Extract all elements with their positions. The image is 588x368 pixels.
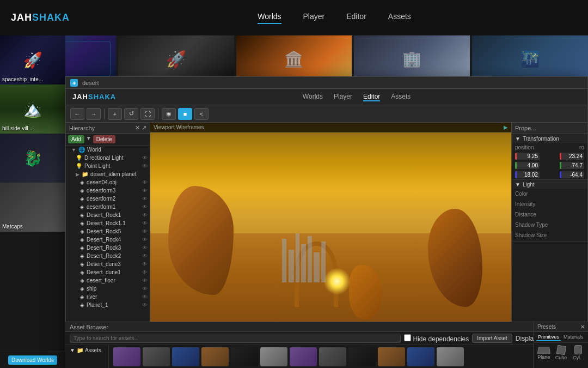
hier-eye-9[interactable]: 👁 <box>142 228 148 234</box>
import-asset-button[interactable]: Import Asset <box>472 334 512 343</box>
hier-desertform3[interactable]: ◈ desertform3 👁 <box>66 186 150 195</box>
preset-cube[interactable]: Cube <box>554 345 569 360</box>
hier-eye-8[interactable]: 👁 <box>142 220 148 226</box>
hier-eye-10[interactable]: 👁 <box>142 237 148 243</box>
hierarchy-dropdown-icon[interactable]: ▼ <box>86 135 91 143</box>
asset-thumb-1[interactable] <box>143 347 170 366</box>
presets-close[interactable]: ✕ <box>580 324 585 330</box>
asset-thumb-10[interactable] <box>407 347 434 366</box>
hier-eye-16[interactable]: 👁 <box>142 286 148 292</box>
nav-editor[interactable]: Editor <box>346 12 366 24</box>
preset-cylinder[interactable]: Cyl... <box>571 345 586 360</box>
hier-eye-2[interactable]: 👁 <box>142 163 148 169</box>
asset-thumb-7[interactable] <box>319 347 346 366</box>
hierarchy-title: Hierarchy <box>69 125 95 131</box>
hier-river[interactable]: ◈ river 👁 <box>66 293 150 301</box>
hier-point-light[interactable]: 💡 Point Light 👁 <box>66 162 150 170</box>
hier-desert-rock1b[interactable]: ◈ Desert_Rock1.1 👁 <box>66 219 150 227</box>
asset-thumb-5[interactable] <box>260 347 287 366</box>
hier-eye-4[interactable]: 👁 <box>142 188 148 194</box>
hier-desert-dune3[interactable]: ◈ Desert_dune3 👁 <box>66 260 150 268</box>
world-thumb-3[interactable] <box>236 35 352 82</box>
hide-dependencies-checkbox[interactable] <box>404 334 411 341</box>
asset-thumb-2[interactable] <box>172 347 199 366</box>
nav-player[interactable]: Player <box>303 12 325 24</box>
prop-rx-value[interactable] <box>560 153 584 160</box>
light-header[interactable]: ▼ Light <box>512 180 587 189</box>
presets-tab-skybox[interactable]: Skybox <box>586 334 588 341</box>
hier-eye-17[interactable]: 👁 <box>142 294 148 300</box>
hier-desert-floor[interactable]: ◈ desert_floor 👁 <box>66 276 150 285</box>
prop-rz-value[interactable] <box>560 171 584 178</box>
hier-eye-5[interactable]: 👁 <box>142 196 148 202</box>
hier-desert-rock1[interactable]: ◈ Desert_Rock1 👁 <box>66 211 150 219</box>
hier-eye-18[interactable]: 👁 <box>142 302 148 308</box>
prop-ry-value[interactable] <box>560 162 584 169</box>
asset-thumb-0[interactable] <box>113 347 140 366</box>
preset-plane[interactable]: Plane <box>536 345 552 360</box>
editor-nav-editor[interactable]: Editor <box>363 93 380 101</box>
toolbar-refresh-button[interactable]: ↺ <box>124 108 138 120</box>
hier-desert-rock5[interactable]: ◈ Desert_Rock5 👁 <box>66 227 150 236</box>
hier-desert-dune1[interactable]: ◈ Desert_dune1 👁 <box>66 268 150 276</box>
editor-nav-worlds[interactable]: Worlds <box>303 93 323 101</box>
world-thumb-4[interactable] <box>354 35 470 82</box>
editor-nav-player[interactable]: Player <box>334 93 352 101</box>
hier-eye-12[interactable]: 👁 <box>142 253 148 259</box>
toolbar-redo-button[interactable]: → <box>87 108 101 120</box>
download-worlds-button[interactable]: Download Worlds <box>8 355 57 365</box>
asset-thumb-8[interactable] <box>348 347 376 366</box>
hier-directional-light[interactable]: 💡 Directional Light 👁 <box>66 154 150 162</box>
nav-worlds[interactable]: Worlds <box>258 12 281 24</box>
presets-tab-materials[interactable]: Materials <box>562 334 585 341</box>
left-item-hillside[interactable]: hill side vill... <box>0 85 65 134</box>
city-building-3 <box>296 233 299 282</box>
left-item-matcaps[interactable]: Matcaps <box>0 183 65 232</box>
viewport-play-icon[interactable]: ▶ <box>504 124 508 130</box>
toolbar-undo-button[interactable]: ← <box>70 108 84 120</box>
hier-ship[interactable]: ◈ ship 👁 <box>66 285 150 293</box>
asset-search-input[interactable] <box>70 334 401 343</box>
left-item-spaceship[interactable]: spaceship_inte... <box>0 35 65 85</box>
hier-planet1[interactable]: ◈ Planet_1 👁 <box>66 301 150 309</box>
prop-x-value[interactable] <box>515 153 540 160</box>
asset-folder-row[interactable]: ▼ 📁 Assets <box>70 347 104 353</box>
hier-eye-1[interactable]: 👁 <box>142 155 148 161</box>
toolbar-add-button[interactable]: + <box>108 108 122 120</box>
hier-eye-11[interactable]: 👁 <box>142 245 148 251</box>
world-thumb-2[interactable] <box>118 35 234 82</box>
prop-y-value[interactable] <box>515 162 540 169</box>
hier-eye-14[interactable]: 👁 <box>142 269 148 275</box>
transformation-header[interactable]: ▼ Transformation <box>512 134 587 143</box>
asset-thumb-9[interactable] <box>378 347 405 366</box>
hier-eye-6[interactable]: 👁 <box>142 204 148 210</box>
hier-desert-rock2[interactable]: ◈ Desert_Rock2 👁 <box>66 252 150 260</box>
toolbar-view-button[interactable]: ■ <box>178 108 192 120</box>
toolbar-fullscreen-button[interactable]: ⛶ <box>140 108 155 120</box>
hier-eye-7[interactable]: 👁 <box>142 212 148 218</box>
presets-tab-primitives[interactable]: Primitives <box>536 334 561 341</box>
toolbar-globe-button[interactable]: ◉ <box>162 108 176 120</box>
hier-desertform1[interactable]: ◈ desertform1 👁 <box>66 203 150 211</box>
hier-desert-rock3[interactable]: ◈ Desert_Rock3 👁 <box>66 244 150 252</box>
hier-desert04[interactable]: ◈ desert04.obj 👁 <box>66 178 150 186</box>
hier-desert-rock4[interactable]: ◈ Desert_Rock4 👁 <box>66 236 150 244</box>
asset-thumb-4[interactable] <box>231 347 258 366</box>
hier-world[interactable]: ▼ 🌐 World <box>66 146 150 154</box>
hier-eye-15[interactable]: 👁 <box>142 277 148 283</box>
hier-desertform2[interactable]: ◈ desertform2 👁 <box>66 195 150 203</box>
hier-eye-3[interactable]: 👁 <box>142 179 148 185</box>
hier-desert-alien[interactable]: ▶ 📁 desert_alien planet <box>66 170 150 178</box>
editor-nav-assets[interactable]: Assets <box>391 93 411 101</box>
asset-thumb-6[interactable] <box>290 347 317 366</box>
toolbar-collapse-button[interactable]: < <box>194 108 209 120</box>
left-item-dragon[interactable] <box>0 134 65 183</box>
world-thumb-5[interactable] <box>472 35 588 82</box>
hier-eye-13[interactable]: 👁 <box>142 261 148 267</box>
prop-z-value[interactable] <box>515 171 540 178</box>
asset-thumb-11[interactable] <box>437 347 464 366</box>
nav-assets[interactable]: Assets <box>388 12 411 24</box>
hierarchy-add-button[interactable]: Add <box>68 135 84 143</box>
hierarchy-delete-button[interactable]: Delete <box>93 135 115 143</box>
asset-thumb-3[interactable] <box>201 347 229 366</box>
